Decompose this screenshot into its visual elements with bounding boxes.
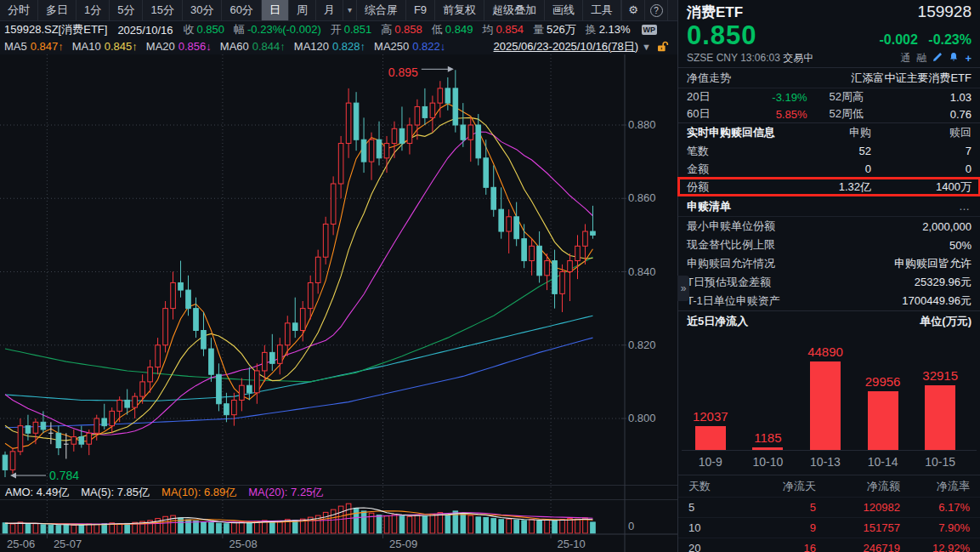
- flow-bar: [810, 361, 841, 450]
- panel-collapse-chevron[interactable]: »: [677, 276, 689, 301]
- period-dropdown-icon[interactable]: ▾: [343, 0, 357, 20]
- flow-bar: [752, 447, 783, 450]
- svg-text:0.820: 0.820: [628, 339, 656, 351]
- exchange-label: SZSE: [687, 52, 713, 64]
- tool-综合屏[interactable]: 综合屏: [357, 0, 406, 20]
- flow-table: 天数净流天净流额净流率551209826.17%1091517577.90%20…: [678, 475, 980, 552]
- nav-section-title: 净值走势: [687, 71, 731, 86]
- list-row: 最小申赎单位份额2,000,000: [678, 217, 980, 236]
- flow-bar: [868, 391, 898, 450]
- kline-svg: 0.8800.8600.8400.8200.800025-0625-0725-0…: [0, 54, 677, 552]
- quote-field-低: 低0.849: [432, 23, 473, 36]
- quote-field-幅: 幅-0.23%(-0.002): [234, 23, 321, 36]
- period-tab-60分[interactable]: 60分: [222, 0, 261, 20]
- ma-bar: MA50.847↑MA100.845↑MA200.856↓MA600.844↑M…: [0, 38, 677, 54]
- amo-item: MA(10): 6.89亿: [161, 486, 236, 499]
- flow-bar-group: 44890: [796, 344, 854, 450]
- ma-legend-MA120: MA1200.828↑: [294, 40, 365, 53]
- help-icon[interactable]: ?: [644, 0, 667, 20]
- realtime-section-title: 实时申购赎回信息: [687, 125, 782, 140]
- period-tab-月[interactable]: 月: [316, 0, 343, 20]
- flow-bar-group: 29956: [854, 374, 912, 450]
- ma-legend-MA20: MA200.856↓: [146, 40, 212, 53]
- flow-bar: [695, 426, 726, 450]
- toolbar: 分时多日1分5分15分30分60分日周月▾ 综合屏F9前复权超级叠加画线工具⚙?…: [0, 0, 677, 21]
- price-change-pct: -0.23%: [928, 32, 972, 47]
- flow-table-header: 天数净流天净流额净流率: [678, 475, 980, 498]
- tool-F9[interactable]: F9: [406, 0, 435, 20]
- last-price: 0.850: [687, 20, 757, 51]
- period-tab-分时[interactable]: 分时: [0, 0, 38, 20]
- price-change-group: -0.002 -0.23%: [879, 32, 972, 48]
- list-section: 申赎清单 … 最小申赎单位份额2,000,000现金替代比例上限50%申购赎回允…: [678, 196, 980, 310]
- flow5-unit: 单位(万元): [920, 314, 972, 329]
- period-tab-多日[interactable]: 多日: [38, 0, 76, 20]
- quote-field-换: 换2.13%: [586, 23, 631, 36]
- date-range-dropdown-icon[interactable]: ▼: [642, 42, 651, 52]
- volume-indicator-legend: AMO: 4.49亿MA(5): 7.85亿MA(10): 6.89亿MA(20…: [5, 486, 323, 499]
- realtime-section: 实时申购赎回信息 申购 赎回 笔数527金额00份额1.32亿1400万: [678, 122, 980, 196]
- panel-header: 消费ETF 159928 0.850 -0.002 -0.23% SZSE CN…: [678, 0, 980, 68]
- toolbar-tools: 综合屏F9前复权超级叠加画线工具⚙?›: [357, 0, 690, 20]
- add-icon[interactable]: +: [965, 52, 972, 65]
- list-more-button[interactable]: …: [959, 200, 972, 213]
- margin-badge-tong[interactable]: 通: [900, 51, 910, 65]
- amo-item: MA(20): 7.25亿: [248, 486, 323, 499]
- subscribe-col-header: 申购: [782, 125, 871, 140]
- quote-field-高: 高0.858: [381, 23, 422, 36]
- quote-field-均: 均0.854: [482, 23, 524, 36]
- info-panel: 消费ETF 159928 0.850 -0.002 -0.23% SZSE CN…: [677, 0, 980, 552]
- svg-text:0.784: 0.784: [49, 469, 79, 482]
- flow-table-row: 1091517577.90%: [678, 518, 980, 538]
- flow5-chart: 120371185448902995632915 10-910-1010-131…: [678, 331, 980, 473]
- candlestick-chart[interactable]: 0.8800.8600.8400.8200.800025-0625-0725-0…: [0, 54, 677, 552]
- period-tab-5分[interactable]: 5分: [110, 0, 143, 20]
- list-rows: 最小申赎单位份额2,000,000现金替代比例上限50%申购赎回允许情况申购赎回…: [678, 217, 980, 310]
- date-range-control[interactable]: 2025/06/23-2025/10/16(78日): [494, 39, 639, 54]
- flow-date-label: 10-10: [739, 451, 797, 473]
- svg-text:25-10: 25-10: [558, 538, 586, 550]
- svg-text:0.840: 0.840: [628, 265, 656, 278]
- period-tab-日[interactable]: 日: [262, 0, 289, 20]
- period-tab-周[interactable]: 周: [289, 0, 316, 20]
- ma-legend-MA60: MA600.844↑: [220, 40, 286, 53]
- flow5-title: 近5日净流入: [687, 314, 748, 329]
- svg-text:0.860: 0.860: [628, 191, 656, 204]
- quote-field-收: 收0.850: [183, 23, 224, 36]
- quote-date: 2025/10/16: [117, 24, 173, 37]
- redeem-col-header: 赎回: [871, 125, 972, 140]
- flow-bar-group: 32915: [911, 368, 969, 450]
- flow-date-label: 10-14: [854, 451, 912, 473]
- period-tab-30分[interactable]: 30分: [183, 0, 222, 20]
- edit-icon[interactable]: [932, 52, 943, 65]
- etf-name: 消费ETF: [687, 3, 743, 22]
- alert-bell-icon[interactable]: [949, 52, 959, 65]
- symbol-label: 159928.SZ[消费ETF]: [4, 22, 107, 37]
- tool-超级叠加[interactable]: 超级叠加: [484, 0, 545, 20]
- flow-bar-group: 12037: [682, 409, 739, 450]
- tool-工具[interactable]: 工具: [583, 0, 621, 20]
- unlock-icon[interactable]: [656, 40, 669, 53]
- tool-前复权[interactable]: 前复权: [435, 0, 484, 20]
- market-meta: SZSE CNY 13:06:03 交易中: [687, 51, 813, 65]
- wp-badge[interactable]: WP: [642, 25, 658, 35]
- amo-item: MA(5): 7.85亿: [81, 486, 150, 499]
- margin-badge-rong[interactable]: 融: [916, 51, 926, 65]
- gear-icon[interactable]: ⚙: [621, 0, 644, 20]
- flow-date-label: 10-9: [682, 451, 739, 473]
- etf-code: 159928: [918, 3, 972, 21]
- flow-bar-group: 1185: [739, 430, 797, 450]
- tool-画线[interactable]: 画线: [545, 0, 583, 20]
- period-tab-1分[interactable]: 1分: [76, 0, 110, 20]
- price-change: -0.002: [879, 32, 917, 47]
- svg-text:0.800: 0.800: [628, 412, 656, 424]
- realtime-row: 金额00: [678, 160, 980, 178]
- nav-rows: 20日-3.19%52周高1.0360日5.85%52周低0.76: [678, 88, 980, 122]
- svg-text:25-06: 25-06: [7, 538, 35, 550]
- ma-legend: MA50.847↑MA100.845↑MA200.856↓MA600.844↑M…: [4, 40, 454, 53]
- period-tab-15分[interactable]: 15分: [143, 0, 182, 20]
- flow5-bars: 120371185448902995632915: [682, 334, 977, 450]
- flow5-section: 近5日净流入 单位(万元) 120371185448902995632915 1…: [678, 310, 980, 473]
- flow-table-row: 551209826.17%: [678, 498, 980, 518]
- quote-bar: 159928.SZ[消费ETF] 2025/10/16 收0.850幅-0.23…: [0, 21, 682, 38]
